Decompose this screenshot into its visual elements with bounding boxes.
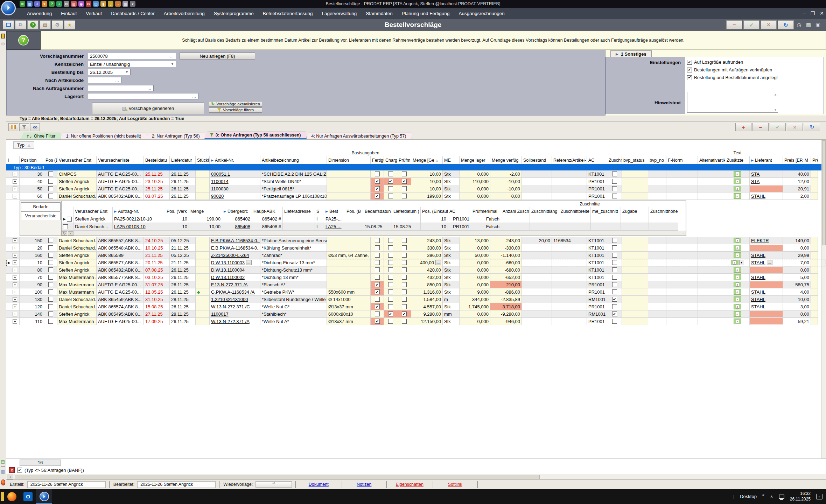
row-select-checkbox[interactable] <box>67 217 72 222</box>
column-header[interactable]: ⁞ <box>6 156 11 164</box>
close-button[interactable]: ✕ <box>820 10 824 16</box>
charg-checkbox[interactable] <box>388 297 393 302</box>
archive-button[interactable]: ▩ <box>804 21 813 29</box>
zuschn-checkbox[interactable]: ✔ <box>612 312 617 316</box>
ok-button[interactable]: ✔ <box>743 20 760 29</box>
text-doc-icon[interactable]: a <box>734 186 741 191</box>
artikel-link[interactable]: E.B.PKW.A-1168534-0... <box>211 245 260 251</box>
filter-tab[interactable]: ✕Ohne Filter <box>20 133 62 139</box>
expand-row-icon[interactable]: + <box>13 304 17 309</box>
hinweistext-input[interactable]: ▲ ▼ <box>687 92 778 113</box>
zuschn-checkbox[interactable] <box>612 245 617 250</box>
column-header[interactable]: Lieferadresse <box>283 207 315 215</box>
fert-checkbox[interactable] <box>375 245 380 250</box>
pruef-checkbox[interactable] <box>402 297 407 302</box>
fert-checkbox[interactable] <box>375 297 380 302</box>
more-tray-icon[interactable]: » <box>762 492 764 497</box>
column-header[interactable]: F-Norm <box>666 156 698 164</box>
table-row[interactable]: +50Steffen AngrickAUFTG E AG25-00...25.1… <box>6 185 826 192</box>
menu-item[interactable]: Stammdaten <box>361 9 397 18</box>
column-header[interactable]: Menge [Ge△ <box>411 156 443 164</box>
zuschn-checkbox[interactable]: ✔ <box>612 297 617 302</box>
fert-checkbox[interactable] <box>375 172 380 176</box>
charg-checkbox[interactable] <box>388 238 393 243</box>
statusbar-link-dokument[interactable]: Dokument <box>296 481 342 488</box>
column-header[interactable]: Referenz/Artikel- <box>552 156 587 164</box>
zuschn-checkbox[interactable] <box>612 267 617 272</box>
search-button[interactable]: oo <box>30 123 40 131</box>
discard-button[interactable]: × <box>787 123 803 131</box>
lieferant-link[interactable]: STAHL <box>751 260 765 265</box>
column-header[interactable]: AC <box>448 207 471 215</box>
posb-checkbox[interactable] <box>48 194 53 198</box>
vorschlaege-aktualisieren-button[interactable]: ↻Vorschläge aktualisieren <box>209 101 262 107</box>
expand-row-icon[interactable]: + <box>13 260 17 265</box>
reload-button[interactable]: ↻ <box>804 123 820 131</box>
column-header[interactable]: Pos. (Einkauf <box>421 207 448 215</box>
filter-tab[interactable]: 1: Nur offene Positionen (nicht bestellt… <box>60 133 147 139</box>
vertical-scrollbar[interactable] <box>821 140 826 458</box>
text-doc-icon[interactable]: a <box>734 178 741 184</box>
help-question-button[interactable]: ? <box>18 35 29 46</box>
fert-checkbox[interactable]: ✔ <box>375 186 380 191</box>
posb-checkbox[interactable] <box>48 319 53 324</box>
filter-tab[interactable]: 3: Ohne Anfragen (Typ 56 ausschliessen) <box>204 132 307 139</box>
column-header[interactable]: AC <box>587 156 607 164</box>
pruef-checkbox[interactable] <box>402 304 407 309</box>
column-header[interactable]: Zuschnittläng <box>530 207 559 215</box>
column-header[interactable]: ▶Übergeorc <box>222 207 252 215</box>
text-doc-icon[interactable]: a <box>734 267 741 273</box>
pruef-checkbox[interactable] <box>402 245 407 250</box>
charg-checkbox[interactable] <box>388 245 393 250</box>
uber-link[interactable]: 865408 <box>235 224 250 229</box>
collapse-row-icon[interactable]: − <box>13 194 17 198</box>
artikel-link[interactable]: F.13.N-272.371 /A <box>211 282 248 287</box>
group-by-chip[interactable]: Typ△ <box>13 141 34 149</box>
settings-checkbox[interactable]: ✔ <box>687 75 692 80</box>
tray-clock[interactable]: 16:32 26.11.2025 <box>790 491 811 502</box>
column-header[interactable]: Bestelldatu <box>144 156 170 164</box>
neu-anlegen-button[interactable]: Neu anlegen (F8) <box>180 52 255 59</box>
column-header[interactable]: Verursacher Erst <box>57 156 97 164</box>
menu-item[interactable]: Ausgangsrechnungen <box>454 9 509 18</box>
desktop-button[interactable]: Desktop <box>740 494 757 499</box>
column-header[interactable]: Prüfmerkmal <box>471 207 501 215</box>
column-header[interactable]: Anzahl Zusch <box>501 207 530 215</box>
posb-checkbox[interactable] <box>48 179 53 184</box>
column-header[interactable]: Menge lager <box>460 156 490 164</box>
detail-row[interactable]: ▶Steffen AngrickPA25-00212/10-1010199,00… <box>62 215 686 223</box>
network-icon[interactable] <box>779 495 784 499</box>
help-icon[interactable]: ? <box>49 1 55 7</box>
charg-checkbox[interactable] <box>388 289 393 294</box>
cancel-button[interactable]: × <box>761 20 777 29</box>
fert-checkbox[interactable] <box>375 312 380 316</box>
expand-row-icon[interactable]: + <box>13 179 17 184</box>
artikel-link[interactable]: D.W.13.1100002 <box>211 275 245 280</box>
zuschn-checkbox[interactable] <box>612 238 617 243</box>
menu-item[interactable]: Dashboards / Center <box>106 9 159 18</box>
accept-button[interactable]: ✔ <box>770 123 786 131</box>
column-header[interactable]: Pos (B <box>44 156 57 164</box>
history-button[interactable]: ◷ <box>795 21 803 29</box>
charg-checkbox[interactable] <box>388 186 393 191</box>
column-header[interactable]: Pos. (B <box>345 207 363 215</box>
lieferant-link[interactable]: STAHL <box>751 194 765 199</box>
expand-row-icon[interactable]: + <box>13 246 17 250</box>
fert-checkbox[interactable] <box>375 238 380 243</box>
text-dropdown-button[interactable]: ▼ <box>739 260 744 265</box>
settings-checkbox[interactable]: ✔ <box>687 68 692 72</box>
lagerort-input[interactable]: … <box>88 93 198 99</box>
mail-icon[interactable]: ✉ <box>86 1 91 7</box>
expand-row-icon[interactable]: + <box>13 253 17 258</box>
artikel-link[interactable]: E.B.PKW.A-1168534-0... <box>211 238 260 243</box>
book-icon[interactable]: ▯ <box>108 1 113 7</box>
artikel-link[interactable]: Z-21435000-L-Z64 <box>211 253 249 258</box>
column-header[interactable]: Zusätzte <box>725 156 750 164</box>
artikel-link[interactable]: 1100030 <box>211 186 229 191</box>
column-header[interactable]: Fertigu <box>371 156 384 164</box>
expand-row-icon[interactable]: + <box>13 290 17 294</box>
fert-checkbox[interactable]: ✔ <box>375 179 380 184</box>
vorschlaege-filtern-button[interactable]: Vorschläge filtern <box>209 107 262 113</box>
auftrag-link[interactable]: LA25-00103-10 <box>114 224 146 229</box>
posb-checkbox[interactable] <box>48 289 53 294</box>
